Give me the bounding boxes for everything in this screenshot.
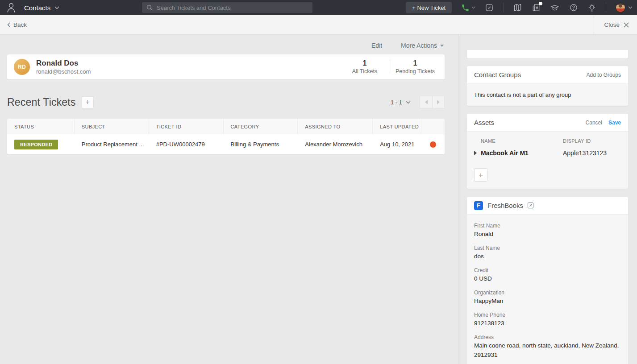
expand-caret-icon[interactable]	[474, 151, 477, 155]
global-search[interactable]	[142, 2, 312, 13]
profile-menu[interactable]	[616, 3, 633, 12]
freshbooks-field: Credit 0 USD	[474, 267, 621, 284]
overdue-dot-icon	[430, 141, 436, 148]
ticket-id: #PD-UW00002479	[149, 141, 224, 148]
add-ticket-button[interactable]: +	[82, 96, 94, 108]
assets-body: NAME DISPLAY ID Macbook Air M1 Apple1312…	[467, 132, 628, 189]
subheader-bar: Back Close	[0, 15, 637, 35]
field-label: First Name	[474, 223, 621, 229]
chevron-down-icon[interactable]	[406, 101, 411, 104]
new-ticket-button[interactable]: + New Ticket	[406, 2, 452, 13]
field-value: dos	[474, 252, 621, 261]
stat-all-tickets[interactable]: 1 All Tickets	[340, 59, 390, 74]
back-button[interactable]: Back	[7, 21, 27, 28]
chevron-left-icon	[7, 22, 10, 27]
column-header-ticket-id: TICKET ID	[149, 119, 224, 134]
contact-identity: Ronald Dos ronald@bschost.com	[36, 59, 91, 75]
stat-label: All Tickets	[340, 68, 390, 74]
close-label: Close	[604, 21, 620, 28]
contact-groups-card: Contact Groups Add to Groups This contac…	[467, 66, 628, 106]
table-header-row: STATUS SUBJECT TICKET ID CATEGORY ASSIGN…	[7, 119, 445, 134]
arrow-left-icon	[425, 100, 428, 104]
next-page-button[interactable]	[432, 96, 445, 108]
todo-icon[interactable]	[485, 3, 494, 12]
phone-icon	[461, 4, 470, 12]
ticket-status-cell: RESPONDED	[7, 140, 75, 149]
field-label: Credit	[474, 267, 621, 273]
contact-summary-card: RD Ronald Dos ronald@bschost.com 1 All T…	[7, 54, 445, 79]
pagination-range[interactable]: 1 - 1	[391, 99, 402, 106]
content-area: Edit More Actions RD Ronald Dos ronald@b…	[0, 35, 637, 364]
freshdesk-logo-icon[interactable]	[5, 2, 17, 13]
pagination: 1 - 1	[391, 96, 445, 108]
contact-groups-header: Contact Groups Add to Groups	[467, 66, 628, 84]
freshbooks-logo-icon: F	[474, 201, 483, 210]
right-sidebar: Contact Groups Add to Groups This contac…	[467, 35, 628, 364]
chevron-down-icon	[440, 45, 444, 47]
stat-label: Pending Tickets	[390, 68, 440, 74]
stat-value: 1	[390, 59, 440, 67]
navbar-divider	[606, 3, 606, 12]
ticket-assigned-to: Alexander Morozevich	[298, 141, 373, 148]
add-asset-button[interactable]: +	[474, 168, 487, 182]
external-link-icon[interactable]	[527, 202, 534, 209]
contact-groups-title: Contact Groups	[474, 71, 521, 79]
user-avatar	[616, 3, 625, 12]
close-button[interactable]: Close	[594, 15, 637, 34]
search-icon	[146, 4, 153, 11]
edit-button[interactable]: Edit	[371, 42, 382, 49]
search-input[interactable]	[157, 4, 308, 11]
assets-title: Assets	[474, 119, 494, 126]
ticket-category: Billing & Payments	[224, 141, 298, 148]
column-header-assigned-to: ASSIGNED TO	[298, 119, 373, 134]
asset-row[interactable]: Macbook Air M1 Apple13123123	[474, 149, 621, 157]
stat-pending-tickets[interactable]: 1 Pending Tickets	[390, 59, 440, 74]
whats-new-bulb-icon[interactable]	[587, 3, 596, 12]
solutions-map-icon[interactable]	[513, 3, 522, 12]
navbar-divider	[503, 3, 504, 12]
assets-cancel-button[interactable]: Cancel	[586, 120, 602, 126]
more-actions-button[interactable]: More Actions	[401, 42, 444, 49]
chevron-down-icon	[54, 6, 59, 9]
freshbooks-title: FreshBooks	[487, 202, 523, 209]
activity-doc-icon[interactable]	[532, 3, 541, 12]
ticket-due-cell	[421, 141, 445, 148]
phone-menu[interactable]	[461, 4, 475, 12]
notification-dot	[539, 2, 542, 5]
field-label: Home Phone	[474, 312, 621, 318]
column-header-status: STATUS	[7, 119, 75, 134]
assets-save-button[interactable]: Save	[608, 120, 621, 126]
stat-value: 1	[340, 59, 390, 67]
table-row[interactable]: RESPONDED Product Replacement ... #PD-UW…	[7, 134, 445, 154]
status-badge: RESPONDED	[14, 140, 58, 149]
freshbooks-card: F FreshBooks First Name Ronald Last Name…	[467, 197, 628, 364]
ticket-subject[interactable]: Product Replacement ...	[75, 141, 149, 148]
prev-page-button[interactable]	[420, 96, 432, 108]
avatar: RD	[14, 59, 30, 75]
column-header-last-updated: LAST UPDATED	[373, 119, 421, 134]
freshbooks-field: Last Name dos	[474, 245, 621, 261]
field-value: 912138123	[474, 319, 621, 328]
assets-card: Assets Cancel Save NAME DISPLAY ID Macbo…	[467, 114, 628, 189]
freshbooks-field: First Name Ronald	[474, 223, 621, 239]
freshbooks-field: Address Main coone road, north state, au…	[474, 334, 621, 360]
column-header-category: CATEGORY	[224, 119, 298, 134]
academy-cap-icon[interactable]	[550, 3, 560, 12]
recent-tickets-header: Recent Tickets + 1 - 1	[7, 96, 445, 108]
freshbooks-body: First Name Ronald Last Name dos Credit 0…	[467, 215, 628, 364]
top-navbar: Contacts + New Ticket	[0, 0, 637, 15]
close-icon	[624, 22, 629, 28]
asset-display-id: Apple13123123	[563, 149, 607, 157]
add-to-groups-button[interactable]: Add to Groups	[587, 72, 621, 78]
field-label: Address	[474, 334, 621, 340]
field-value: Ronald	[474, 230, 621, 239]
contact-groups-body: This contact is not a part of any group	[467, 84, 628, 106]
more-actions-label: More Actions	[401, 42, 437, 49]
field-value: 0 USD	[474, 274, 621, 284]
field-label: Last Name	[474, 245, 621, 251]
contacts-module-button[interactable]: Contacts	[24, 4, 59, 12]
freshbooks-field: Home Phone 912138123	[474, 312, 621, 328]
pager-buttons	[420, 96, 445, 108]
column-header-subject: SUBJECT	[75, 119, 149, 134]
help-icon[interactable]	[569, 3, 578, 12]
